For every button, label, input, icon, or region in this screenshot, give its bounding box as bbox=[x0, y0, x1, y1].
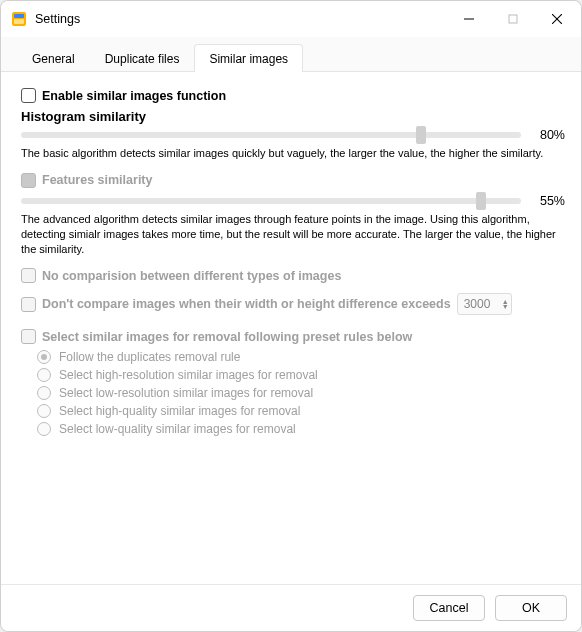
radio-low-q-label: Select low-quality similar images for re… bbox=[59, 422, 296, 436]
radio-low-q[interactable] bbox=[37, 422, 51, 436]
no-compare-types-row: No comparision between different types o… bbox=[21, 268, 565, 283]
svg-rect-1 bbox=[14, 14, 24, 18]
enable-label: Enable similar images function bbox=[42, 89, 226, 103]
size-diff-row: Don't compare images when their width or… bbox=[21, 293, 565, 315]
preset-row: Select similar images for removal follow… bbox=[21, 329, 565, 344]
app-icon bbox=[11, 11, 27, 27]
maximize-button[interactable] bbox=[491, 4, 535, 34]
similar-images-panel: Enable similar images function Histogram… bbox=[1, 72, 581, 584]
tab-general[interactable]: General bbox=[17, 44, 90, 72]
enable-row: Enable similar images function bbox=[21, 88, 565, 103]
features-slider-row: 55% bbox=[21, 194, 565, 208]
svg-rect-2 bbox=[14, 19, 24, 24]
radio-follow-row: Follow the duplicates removal rule bbox=[37, 350, 565, 364]
histogram-slider-thumb[interactable] bbox=[416, 126, 426, 144]
chevron-down-icon[interactable]: ▼ bbox=[502, 304, 509, 309]
histogram-slider[interactable] bbox=[21, 132, 521, 138]
radio-dot bbox=[41, 354, 47, 360]
size-diff-checkbox[interactable] bbox=[21, 297, 36, 312]
enable-checkbox[interactable] bbox=[21, 88, 36, 103]
titlebar: Settings bbox=[1, 1, 581, 37]
no-compare-types-checkbox[interactable] bbox=[21, 268, 36, 283]
histogram-heading: Histogram similarity bbox=[21, 109, 565, 124]
tab-duplicate-files[interactable]: Duplicate files bbox=[90, 44, 195, 72]
radio-follow-label: Follow the duplicates removal rule bbox=[59, 350, 240, 364]
size-diff-value: 3000 bbox=[464, 297, 502, 311]
features-desc: The advanced algorithm detects similar i… bbox=[21, 212, 565, 257]
radio-high-res[interactable] bbox=[37, 368, 51, 382]
radio-high-q[interactable] bbox=[37, 404, 51, 418]
footer: Cancel OK bbox=[1, 584, 581, 631]
features-slider[interactable] bbox=[21, 198, 521, 204]
radio-low-res[interactable] bbox=[37, 386, 51, 400]
radio-low-res-row: Select low-resolution similar images for… bbox=[37, 386, 565, 400]
radio-high-q-label: Select high-quality similar images for r… bbox=[59, 404, 300, 418]
tabs: General Duplicate files Similar images bbox=[1, 37, 581, 72]
histogram-value: 80% bbox=[529, 128, 565, 142]
svg-rect-4 bbox=[509, 15, 517, 23]
features-slider-thumb[interactable] bbox=[476, 192, 486, 210]
tab-similar-images[interactable]: Similar images bbox=[194, 44, 303, 72]
size-diff-spinner[interactable]: 3000 ▲ ▼ bbox=[457, 293, 512, 315]
window-controls bbox=[447, 4, 579, 34]
ok-button[interactable]: OK bbox=[495, 595, 567, 621]
window-title: Settings bbox=[35, 12, 80, 26]
size-diff-label: Don't compare images when their width or… bbox=[42, 297, 451, 311]
preset-label: Select similar images for removal follow… bbox=[42, 330, 412, 344]
histogram-slider-row: 80% bbox=[21, 128, 565, 142]
radio-high-res-label: Select high-resolution similar images fo… bbox=[59, 368, 318, 382]
radio-follow[interactable] bbox=[37, 350, 51, 364]
preset-checkbox[interactable] bbox=[21, 329, 36, 344]
cancel-button[interactable]: Cancel bbox=[413, 595, 485, 621]
close-button[interactable] bbox=[535, 4, 579, 34]
radio-high-q-row: Select high-quality similar images for r… bbox=[37, 404, 565, 418]
no-compare-types-label: No comparision between different types o… bbox=[42, 269, 341, 283]
minimize-button[interactable] bbox=[447, 4, 491, 34]
settings-window: Settings General Duplicate files Similar… bbox=[0, 0, 582, 632]
radio-low-res-label: Select low-resolution similar images for… bbox=[59, 386, 313, 400]
radio-high-res-row: Select high-resolution similar images fo… bbox=[37, 368, 565, 382]
features-heading: Features similarity bbox=[42, 173, 152, 187]
radio-low-q-row: Select low-quality similar images for re… bbox=[37, 422, 565, 436]
features-value: 55% bbox=[529, 194, 565, 208]
spinner-arrows[interactable]: ▲ ▼ bbox=[502, 299, 509, 309]
features-row: Features similarity bbox=[21, 173, 565, 188]
features-checkbox[interactable] bbox=[21, 173, 36, 188]
histogram-desc: The basic algorithm detects similar imag… bbox=[21, 146, 565, 161]
